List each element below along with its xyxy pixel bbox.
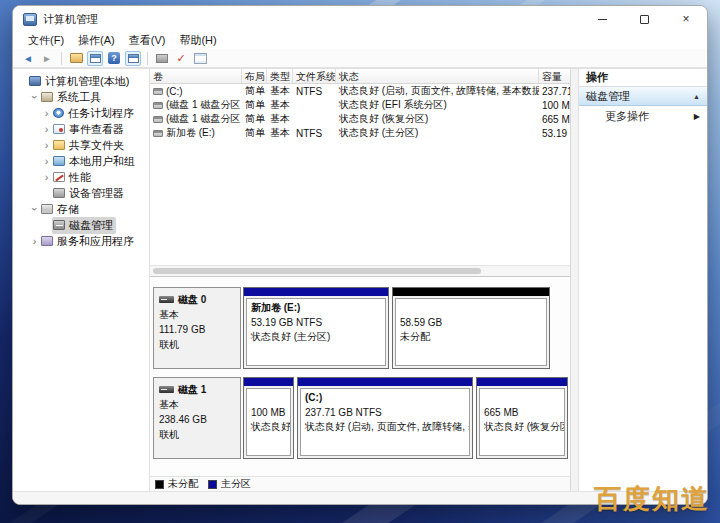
tree-item-services-applications[interactable]: ›服务和应用程序	[13, 233, 149, 249]
column-header-5[interactable]: 容量	[539, 69, 579, 83]
action-pane-icon[interactable]	[154, 51, 170, 66]
cell-text: 状态良好 (恢复分区)	[339, 113, 428, 124]
device-manager-icon	[53, 188, 65, 198]
disk-info-line: 联机	[159, 427, 235, 442]
minimize-icon	[598, 19, 607, 20]
forward-icon[interactable]	[39, 51, 55, 66]
maximize-button[interactable]	[623, 6, 665, 32]
expander-right-icon[interactable]: ›	[41, 140, 52, 150]
partition[interactable]: (C:)237.71 GB NTFS状态良好 (启动, 页面文件, 故障转储, …	[297, 377, 473, 459]
partition-status: 状态良好 (EFI	[251, 420, 286, 435]
disk-info-line: 基本	[159, 307, 235, 322]
partition-color-band	[298, 378, 472, 386]
disk-name: 磁盘 0	[159, 292, 235, 307]
column-header-2[interactable]: 类型	[267, 69, 293, 83]
expander-right-icon[interactable]: ›	[41, 124, 52, 134]
volume-cell: 简单	[242, 84, 267, 98]
expander-right-icon[interactable]: ›	[29, 236, 40, 246]
main-content: 计算机管理(本地)›系统工具›任务计划程序›事件查看器›共享文件夹›本地用户和组…	[13, 68, 707, 491]
tree-item-body: 设备管理器	[52, 185, 127, 202]
minimize-button[interactable]	[581, 6, 623, 32]
task-scheduler-icon	[53, 108, 64, 118]
tree-item-label: 共享文件夹	[69, 138, 124, 153]
scrollbar-thumb[interactable]	[153, 268, 481, 274]
cell-text: (C:)	[166, 86, 183, 97]
volume-cell: 237.71 GB	[539, 86, 570, 97]
volume-row[interactable]: 新加卷 (E:)简单基本NTFS状态良好 (主分区)53.19 GB	[150, 126, 570, 140]
cell-text: (磁盘 1 磁盘分区 4)	[166, 112, 242, 126]
storage-icon	[41, 204, 53, 214]
actions-group-disk-management[interactable]: 磁盘管理 ▲	[579, 87, 707, 106]
cell-text: 237.71 GB	[542, 86, 570, 97]
volume-row[interactable]: (C:)简单基本NTFS状态良好 (启动, 页面文件, 故障转储, 基本数据分区…	[150, 84, 570, 98]
collapse-icon[interactable]: ▲	[693, 93, 700, 100]
tree-item-storage[interactable]: ›存储	[13, 201, 149, 217]
console-tree-icon[interactable]	[125, 51, 141, 66]
volume-row[interactable]: (磁盘 1 磁盘分区 1)简单基本状态良好 (EFI 系统分区)100 MB	[150, 98, 570, 112]
actions-header: 操作	[579, 69, 707, 87]
disk-label-0[interactable]: 磁盘 0基本111.79 GB联机	[153, 287, 241, 369]
tree-item-body: 计算机管理(本地)	[28, 73, 132, 90]
expander-down-icon[interactable]: ›	[30, 92, 40, 103]
column-header-3[interactable]: 文件系统	[293, 69, 336, 83]
tree-item-body: 任务计划程序	[52, 105, 137, 122]
console-tree-icon	[128, 54, 139, 63]
more-actions-item[interactable]: 更多操作 ▶	[579, 106, 707, 127]
cell-text: 基本	[270, 99, 290, 110]
expander-down-icon[interactable]: ›	[30, 204, 40, 215]
console-window-icon[interactable]	[87, 51, 103, 66]
cell-text: 状态良好 (EFI 系统分区)	[339, 99, 447, 110]
help-icon[interactable]: ?	[106, 51, 122, 66]
column-header-1[interactable]: 布局	[242, 69, 267, 83]
tree-item-system-tools[interactable]: ›系统工具	[13, 89, 149, 105]
system-tools-icon	[41, 92, 53, 102]
column-header-0[interactable]: 卷	[150, 69, 242, 83]
tree-item-device-manager[interactable]: 设备管理器	[13, 185, 149, 201]
tree-item-task-scheduler[interactable]: ›任务计划程序	[13, 105, 149, 121]
tree-item-label: 磁盘管理	[69, 218, 113, 233]
cell-text: 53.19 GB	[542, 128, 570, 139]
pane-splitter[interactable]	[571, 69, 579, 491]
tree-item-event-viewer[interactable]: ›事件查看器	[13, 121, 149, 137]
disk-icon	[159, 386, 174, 393]
tree-item-performance[interactable]: ›性能	[13, 169, 149, 185]
volume-row[interactable]: (磁盘 1 磁盘分区 4)简单基本状态良好 (恢复分区)665 MB	[150, 112, 570, 126]
expander-right-icon[interactable]: ›	[41, 108, 52, 118]
tree-item-local-users-groups[interactable]: ›本地用户和组	[13, 153, 149, 169]
partition-status: 状态良好 (启动, 页面文件, 故障转储, 基本数	[305, 420, 465, 435]
maximize-icon	[640, 15, 649, 24]
menu-item-0[interactable]: 文件(F)	[21, 32, 71, 49]
expander-right-icon[interactable]: ›	[41, 172, 52, 182]
check-disk-icon[interactable]	[173, 51, 189, 66]
tree-item-computer-management-root[interactable]: 计算机管理(本地)	[13, 73, 149, 89]
partition[interactable]: 100 MB状态良好 (EFI	[243, 377, 294, 459]
folder-icon[interactable]	[68, 51, 84, 66]
back-icon[interactable]	[20, 51, 36, 66]
tree-item-body: 磁盘管理	[52, 217, 116, 234]
disk-name: 磁盘 1	[159, 382, 235, 397]
properties-icon[interactable]	[192, 51, 208, 66]
actions-group-label: 磁盘管理	[586, 89, 630, 104]
disk-name-text: 磁盘 0	[178, 292, 206, 307]
tree-item-label: 性能	[69, 170, 91, 185]
legend-label: 主分区	[221, 477, 251, 491]
tree-item-body: 系统工具	[40, 89, 104, 106]
tree-item-disk-management[interactable]: 磁盘管理	[13, 217, 149, 233]
horizontal-scrollbar[interactable]	[150, 265, 570, 276]
menu-item-3[interactable]: 帮助(H)	[172, 32, 223, 49]
partition[interactable]: 新加卷 (E:)53.19 GB NTFS状态良好 (主分区)	[243, 287, 389, 369]
volume-list-header: 卷布局类型文件系统状态容量	[150, 69, 570, 84]
computer-icon	[29, 76, 41, 86]
expander-right-icon[interactable]: ›	[41, 156, 52, 166]
partition-status: 未分配	[400, 330, 542, 345]
services-icon	[41, 236, 53, 246]
tree-item-shared-folders[interactable]: ›共享文件夹	[13, 137, 149, 153]
menu-item-2[interactable]: 查看(V)	[122, 32, 173, 49]
unallocated-space[interactable]: 58.59 GB未分配	[392, 287, 550, 369]
menu-item-1[interactable]: 操作(A)	[71, 32, 122, 49]
disk-label-1[interactable]: 磁盘 1基本238.46 GB联机	[153, 377, 241, 459]
computer-management-window: 计算机管理 × 文件(F)操作(A)查看(V)帮助(H) ? 计算机管理(本地)…	[12, 5, 708, 505]
partition[interactable]: 665 MB状态良好 (恢复分区)	[476, 377, 568, 459]
close-button[interactable]: ×	[665, 6, 707, 32]
column-header-4[interactable]: 状态	[336, 69, 539, 83]
